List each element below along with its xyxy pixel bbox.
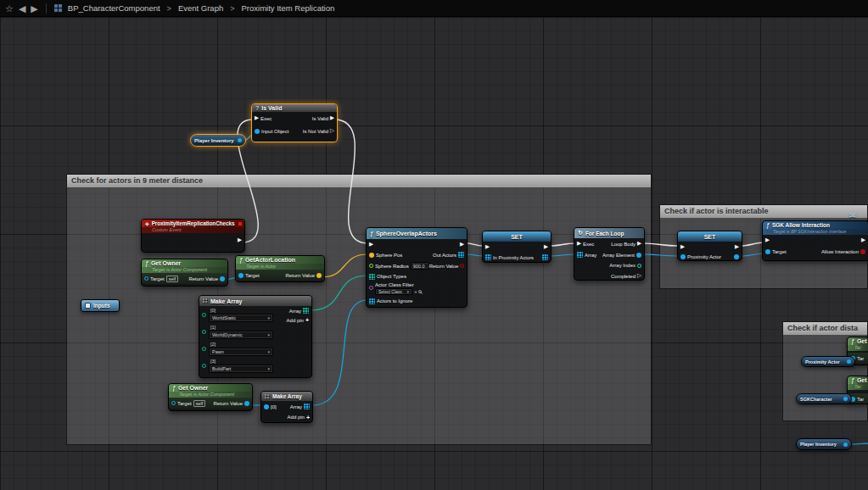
node-get-owner-b[interactable]: ƒGet Owner Target is Actor Component Tar… [168, 383, 253, 411]
wire-playerinventory2-out[interactable] [850, 443, 868, 444]
exec-in-pin[interactable] [577, 241, 581, 247]
node-get-owner-a[interactable]: ƒGet Owner Target is Actor Component Tar… [141, 259, 228, 287]
node-subtitle: Target is Actor Component [142, 267, 227, 273]
sphere-pos-pin[interactable] [369, 253, 374, 258]
array-out-pin[interactable] [303, 308, 309, 314]
object-type-dropdown[interactable]: BuildPart▾ [209, 365, 273, 373]
exec-out-pin[interactable] [238, 237, 242, 243]
target-pin[interactable] [765, 249, 770, 254]
class-filter-pin[interactable] [369, 286, 373, 290]
node-inputs-collapsed[interactable]: Inputs [81, 299, 120, 312]
vector-return-pin[interactable] [316, 273, 322, 278]
object-out-pin[interactable] [843, 443, 848, 447]
element-pin[interactable] [202, 364, 206, 368]
node-make-array-ignore[interactable]: Make Array [0] Array Add pin+ [260, 391, 313, 423]
node-is-valid[interactable]: ?Is Valid Exec Is Valid Input Object Is … [251, 103, 338, 142]
breadcrumb-function[interactable]: Proximity Item Replication [241, 3, 334, 13]
object-out-pin[interactable] [734, 254, 739, 259]
forward-icon[interactable]: ▶ [31, 0, 37, 17]
node-get-actor-location[interactable]: ƒGetActorLocation Target is Actor Target… [235, 255, 325, 282]
breadcrumb-event-graph[interactable]: Event Graph [178, 3, 223, 13]
wire-makearray-to-actorsignore[interactable] [312, 300, 367, 405]
array-out-pin[interactable] [542, 254, 548, 260]
object-out-pin[interactable] [843, 397, 848, 401]
wire-location-to-spherepos[interactable] [322, 254, 367, 277]
add-pin-button[interactable]: Add pin+ [288, 415, 310, 420]
element-pin[interactable] [202, 330, 206, 334]
exec-in-pin[interactable] [680, 244, 685, 250]
node-sgk-character-get[interactable]: SGKCharacter [796, 393, 852, 404]
actors-to-ignore-pin[interactable] [369, 298, 375, 304]
node-set-in-proximity-actors[interactable]: SET In Proximity Actors [482, 231, 552, 263]
array-in-pin[interactable] [577, 252, 583, 258]
element-pin[interactable] [202, 313, 206, 317]
breadcrumb-blueprint[interactable]: BP_CharacterComponent [68, 3, 160, 13]
node-sphere-overlap-actors[interactable]: ƒSphereOverlapActors Sphere Pos Out Acto… [366, 227, 468, 308]
class-browse-icon[interactable] [418, 290, 422, 293]
class-select-dropdown[interactable]: Select Class▾ [375, 288, 412, 295]
node-title: GetActorLocation [245, 257, 295, 263]
bool-return-pin[interactable] [460, 264, 464, 268]
node-custom-event[interactable]: ◈ProximityItemReplicationChecks Custom E… [141, 219, 245, 253]
object-in-pin[interactable] [680, 254, 686, 259]
blueprint-graph-canvas[interactable]: Check for actors in 9 meter distance Che… [0, 17, 868, 490]
node-make-array-object-types[interactable]: Make Array Array Add pin+ [0] WorldStati… [199, 295, 312, 378]
wire-outactors-to-set1[interactable] [466, 254, 484, 256]
object-out-pin[interactable] [847, 359, 851, 364]
node-player-inventory-get[interactable]: Player Inventory [190, 134, 246, 147]
bool-out-pin[interactable] [860, 249, 865, 254]
target-pin[interactable] [171, 401, 176, 405]
exec-out-pin[interactable] [861, 237, 865, 243]
node-for-each-loop[interactable]: ↻For Each Loop Exec Loop Body Array Arra… [574, 227, 645, 281]
sphere-radius-input[interactable] [411, 262, 429, 270]
favorite-star-icon[interactable]: ☆ [5, 0, 14, 17]
wire-exec-set2-to-sgk[interactable] [741, 242, 764, 246]
element-pin[interactable] [264, 404, 269, 409]
object-type-dropdown[interactable]: Pawn▾ [209, 348, 273, 356]
wire-exec-loopbody-to-set2[interactable] [641, 243, 679, 246]
exec-out-pin[interactable] [735, 244, 739, 250]
out-actors-pin[interactable] [458, 252, 464, 258]
array-in-pin[interactable] [485, 254, 491, 260]
node-sgk-allow-interaction[interactable]: ƒSGK Allow Interaction Target is BP SGKI… [762, 220, 868, 261]
wire-set2-to-sgk-target[interactable] [741, 253, 764, 256]
exec-in-pin[interactable] [485, 244, 490, 250]
target-default-value[interactable]: self [166, 276, 179, 282]
wire-exec-overlap-to-set1[interactable] [466, 243, 484, 246]
wire-exec-isvalid-to-overlap[interactable] [334, 120, 367, 243]
exec-in-pin[interactable] [369, 242, 373, 248]
target-default-value[interactable]: self [193, 400, 206, 407]
exec-out-pin[interactable] [330, 115, 334, 121]
wire-set1-to-foreach-array[interactable] [550, 254, 575, 256]
exec-out-pin[interactable] [544, 244, 548, 250]
array-out-pin[interactable] [304, 404, 310, 409]
array-index-pin[interactable] [637, 264, 641, 268]
object-pin[interactable] [255, 129, 260, 134]
return-pin[interactable] [220, 276, 225, 281]
element-pin[interactable] [202, 347, 206, 351]
object-out-pin[interactable] [238, 138, 242, 142]
wire-arrayelement-to-set2[interactable] [641, 254, 679, 256]
sphere-radius-pin[interactable] [369, 264, 373, 268]
class-use-selected-icon[interactable]: ◂ [414, 289, 417, 294]
exec-in-pin[interactable] [765, 237, 770, 243]
node-player-inventory-get-b[interactable]: Player Inventory [796, 438, 852, 450]
exec-in-pin[interactable] [255, 115, 259, 121]
wire-exec-set1-to-foreach[interactable] [550, 243, 575, 246]
return-pin[interactable] [244, 401, 249, 406]
node-set-proximity-actor[interactable]: SET Proximity Actor [677, 231, 742, 261]
back-icon[interactable]: ◀ [19, 0, 25, 17]
exec-out-pin[interactable] [460, 242, 464, 248]
array-element-pin[interactable] [636, 253, 641, 258]
add-pin-button[interactable]: Add pin+ [287, 317, 309, 323]
object-types-pin[interactable] [369, 274, 375, 280]
exec-out-pin-unconnected[interactable] [330, 128, 334, 134]
object-type-dropdown[interactable]: WorldDynamic▾ [209, 331, 273, 339]
exec-out-pin[interactable] [637, 241, 641, 247]
node-subtitle: Tar [848, 345, 868, 351]
node-proximity-actor-get[interactable]: Proximity Actor [801, 356, 855, 367]
target-pin[interactable] [144, 276, 148, 281]
object-type-dropdown[interactable]: WorldStatic▾ [209, 314, 273, 322]
exec-completed-pin[interactable] [637, 273, 641, 279]
target-pin[interactable] [238, 273, 244, 278]
